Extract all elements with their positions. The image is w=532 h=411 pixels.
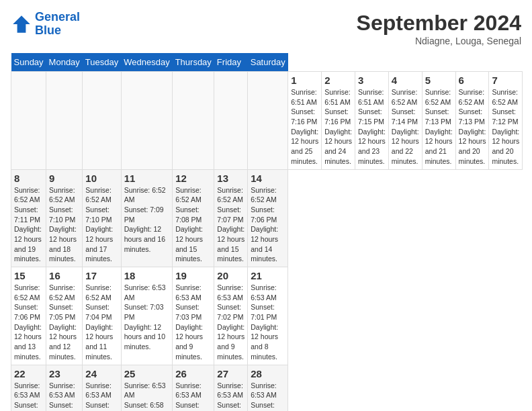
empty-cell — [83, 72, 121, 170]
day-info: Sunrise: 6:53 AMSunset: 6:59 PMDaylight:… — [85, 381, 118, 412]
empty-cell — [46, 72, 83, 170]
day-number: 14 — [251, 173, 285, 184]
day-cell-15: 15Sunrise: 6:52 AMSunset: 7:06 PMDayligh… — [11, 267, 46, 365]
day-number: 15 — [14, 270, 43, 281]
day-cell-5: 5Sunrise: 6:52 AMSunset: 7:13 PMDaylight… — [422, 72, 455, 170]
page-header: General Blue September 2024 Ndiagne, Lou… — [11, 11, 521, 46]
day-cell-22: 22Sunrise: 6:53 AMSunset: 7:00 PMDayligh… — [11, 365, 46, 411]
logo-icon — [11, 13, 32, 35]
day-cell-3: 3Sunrise: 6:51 AMSunset: 7:15 PMDaylight… — [355, 72, 388, 170]
day-cell-21: 21Sunrise: 6:53 AMSunset: 7:01 PMDayligh… — [248, 267, 288, 365]
day-cell-7: 7Sunrise: 6:52 AMSunset: 7:12 PMDaylight… — [489, 72, 523, 170]
day-number: 13 — [217, 173, 245, 184]
day-info: Sunrise: 6:52 AMSunset: 7:10 PMDaylight:… — [85, 185, 118, 265]
day-number: 2 — [324, 75, 352, 86]
empty-cell — [11, 72, 46, 170]
day-number: 5 — [425, 75, 453, 86]
day-number: 24 — [85, 368, 118, 379]
day-info: Sunrise: 6:52 AMSunset: 7:11 PMDaylight:… — [14, 185, 43, 265]
svg-marker-0 — [13, 15, 30, 33]
day-cell-8: 8Sunrise: 6:52 AMSunset: 7:11 PMDaylight… — [11, 169, 46, 267]
col-header-saturday: Saturday — [248, 53, 288, 72]
day-cell-20: 20Sunrise: 6:53 AMSunset: 7:02 PMDayligh… — [214, 267, 248, 365]
day-number: 17 — [85, 270, 118, 281]
empty-cell — [173, 72, 214, 170]
day-cell-19: 19Sunrise: 6:53 AMSunset: 7:03 PMDayligh… — [173, 267, 214, 365]
day-number: 12 — [175, 173, 211, 184]
col-header-wednesday: Wednesday — [121, 53, 172, 72]
day-cell-14: 14Sunrise: 6:52 AMSunset: 7:06 PMDayligh… — [248, 169, 288, 267]
day-info: Sunrise: 6:52 AMSunset: 7:14 PMDaylight:… — [392, 87, 419, 167]
day-number: 23 — [49, 368, 79, 379]
title-block: September 2024 Ndiagne, Louga, Senegal — [357, 11, 521, 46]
day-number: 22 — [14, 368, 43, 379]
day-cell-27: 27Sunrise: 6:53 AMSunset: 6:56 PMDayligh… — [214, 365, 248, 411]
day-info: Sunrise: 6:53 AMSunset: 6:58 PMDaylight:… — [124, 381, 169, 412]
day-info: Sunrise: 6:53 AMSunset: 6:56 PMDaylight:… — [217, 381, 245, 412]
day-info: Sunrise: 6:51 AMSunset: 7:16 PMDaylight:… — [291, 87, 318, 167]
day-info: Sunrise: 6:51 AMSunset: 7:16 PMDaylight:… — [324, 87, 352, 167]
col-header-friday: Friday — [214, 53, 248, 72]
week-row-2: 8Sunrise: 6:52 AMSunset: 7:11 PMDaylight… — [11, 169, 523, 267]
day-info: Sunrise: 6:52 AMSunset: 7:09 PMDaylight:… — [124, 185, 169, 255]
day-number: 6 — [459, 75, 486, 86]
day-cell-6: 6Sunrise: 6:52 AMSunset: 7:13 PMDaylight… — [455, 72, 489, 170]
week-row-1: 1Sunrise: 6:51 AMSunset: 7:16 PMDaylight… — [11, 72, 523, 170]
day-number: 7 — [492, 75, 519, 86]
day-cell-12: 12Sunrise: 6:52 AMSunset: 7:08 PMDayligh… — [173, 169, 214, 267]
location: Ndiagne, Louga, Senegal — [357, 36, 521, 46]
day-number: 26 — [175, 368, 211, 379]
day-cell-4: 4Sunrise: 6:52 AMSunset: 7:14 PMDaylight… — [388, 72, 422, 170]
day-cell-11: 11Sunrise: 6:52 AMSunset: 7:09 PMDayligh… — [121, 169, 172, 267]
week-row-3: 15Sunrise: 6:52 AMSunset: 7:06 PMDayligh… — [11, 267, 523, 365]
calendar-table: SundayMondayTuesdayWednesdayThursdayFrid… — [11, 53, 523, 411]
day-cell-10: 10Sunrise: 6:52 AMSunset: 7:10 PMDayligh… — [83, 169, 121, 267]
day-number: 18 — [124, 270, 169, 281]
day-number: 16 — [49, 270, 79, 281]
day-info: Sunrise: 6:52 AMSunset: 7:12 PMDaylight:… — [492, 87, 519, 167]
empty-cell — [121, 72, 172, 170]
col-header-tuesday: Tuesday — [83, 53, 121, 72]
day-info: Sunrise: 6:51 AMSunset: 7:15 PMDaylight:… — [358, 87, 386, 167]
day-number: 20 — [217, 270, 245, 281]
day-cell-16: 16Sunrise: 6:52 AMSunset: 7:05 PMDayligh… — [46, 267, 83, 365]
day-info: Sunrise: 6:53 AMSunset: 6:56 PMDaylight:… — [251, 381, 285, 412]
day-info: Sunrise: 6:52 AMSunset: 7:10 PMDaylight:… — [49, 185, 79, 265]
day-number: 9 — [49, 173, 79, 184]
col-header-thursday: Thursday — [173, 53, 214, 72]
day-info: Sunrise: 6:52 AMSunset: 7:13 PMDaylight:… — [425, 87, 453, 167]
week-row-4: 22Sunrise: 6:53 AMSunset: 7:00 PMDayligh… — [11, 365, 523, 411]
day-info: Sunrise: 6:52 AMSunset: 7:08 PMDaylight:… — [175, 185, 211, 265]
day-number: 11 — [124, 173, 169, 184]
day-cell-2: 2Sunrise: 6:51 AMSunset: 7:16 PMDaylight… — [322, 72, 355, 170]
empty-cell — [214, 72, 248, 170]
day-info: Sunrise: 6:52 AMSunset: 7:07 PMDaylight:… — [217, 185, 245, 265]
month-title: September 2024 — [357, 11, 521, 36]
day-number: 19 — [175, 270, 211, 281]
day-info: Sunrise: 6:53 AMSunset: 7:03 PMDaylight:… — [124, 283, 169, 352]
day-info: Sunrise: 6:53 AMSunset: 6:59 PMDaylight:… — [49, 381, 79, 412]
day-info: Sunrise: 6:52 AMSunset: 7:13 PMDaylight:… — [459, 87, 486, 167]
day-cell-1: 1Sunrise: 6:51 AMSunset: 7:16 PMDaylight… — [288, 72, 322, 170]
day-cell-28: 28Sunrise: 6:53 AMSunset: 6:56 PMDayligh… — [248, 365, 288, 411]
day-number: 8 — [14, 173, 43, 184]
day-info: Sunrise: 6:53 AMSunset: 6:57 PMDaylight:… — [175, 381, 211, 412]
day-cell-25: 25Sunrise: 6:53 AMSunset: 6:58 PMDayligh… — [121, 365, 172, 411]
day-cell-17: 17Sunrise: 6:52 AMSunset: 7:04 PMDayligh… — [83, 267, 121, 365]
day-cell-23: 23Sunrise: 6:53 AMSunset: 6:59 PMDayligh… — [46, 365, 83, 411]
day-info: Sunrise: 6:53 AMSunset: 7:03 PMDaylight:… — [175, 283, 211, 362]
day-info: Sunrise: 6:53 AMSunset: 7:01 PMDaylight:… — [251, 283, 285, 362]
day-info: Sunrise: 6:52 AMSunset: 7:06 PMDaylight:… — [14, 283, 43, 362]
col-header-sunday: Sunday — [11, 53, 46, 72]
empty-cell — [248, 72, 288, 170]
day-cell-26: 26Sunrise: 6:53 AMSunset: 6:57 PMDayligh… — [173, 365, 214, 411]
day-info: Sunrise: 6:53 AMSunset: 7:00 PMDaylight:… — [14, 381, 43, 412]
logo-line2: Blue — [35, 24, 61, 37]
day-number: 28 — [251, 368, 285, 379]
logo: General Blue — [11, 11, 80, 38]
header-row: SundayMondayTuesdayWednesdayThursdayFrid… — [11, 53, 523, 72]
day-cell-13: 13Sunrise: 6:52 AMSunset: 7:07 PMDayligh… — [214, 169, 248, 267]
day-cell-24: 24Sunrise: 6:53 AMSunset: 6:59 PMDayligh… — [83, 365, 121, 411]
day-number: 3 — [358, 75, 386, 86]
day-cell-9: 9Sunrise: 6:52 AMSunset: 7:10 PMDaylight… — [46, 169, 83, 267]
